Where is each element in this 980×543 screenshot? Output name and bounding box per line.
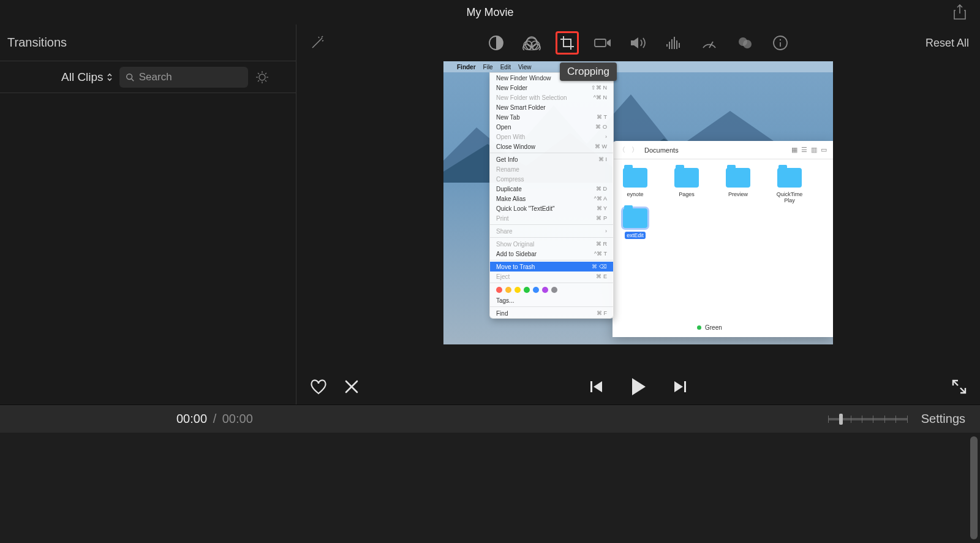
finder-fwd-icon: 〉 (631, 145, 638, 154)
adjustments-bar: Reset All (296, 25, 980, 61)
finder-footer: Green (697, 324, 722, 331)
file-menu-item: Close Window⌘ W (490, 142, 613, 151)
file-menu-item: Find⌘ F (490, 308, 613, 318)
finder-file-menu: New Finder Window⌘ NNew Folder⇧⌘ NNew Fo… (489, 72, 614, 319)
tag-dot-green (697, 325, 701, 330)
finder-toolbar: 〈 〉 Documents ▦ ☰ ▥ ▭ (612, 141, 833, 159)
file-menu-item: Get Info⌘ I (490, 154, 613, 164)
finder-footer-tag: Green (705, 324, 722, 331)
browser-body (0, 93, 296, 404)
view-icon-columns: ▥ (811, 146, 817, 154)
vertical-scrollbar[interactable] (970, 436, 978, 539)
svg-point-0 (126, 74, 132, 79)
finder-item-label: QuickTime Play (775, 191, 804, 203)
view-icon-gallery: ▭ (821, 146, 827, 154)
clips-dropdown-label: All Clips (61, 70, 104, 84)
view-icon-list: ☰ (801, 146, 807, 154)
file-menu-item: Quick Look "TextEdit"⌘ Y (490, 203, 613, 213)
folder-icon (726, 168, 750, 188)
finder-body: eynotePagesPreviewQuickTime Play (612, 159, 833, 212)
finder-item: Preview (724, 168, 752, 203)
reject-icon[interactable] (343, 378, 360, 395)
speed-icon[interactable] (698, 31, 721, 55)
folder-icon (623, 208, 647, 228)
file-menu-item: Move to Trash⌘ ⌫ (490, 262, 613, 272)
search-input[interactable] (139, 71, 242, 83)
clips-dropdown[interactable]: All Clips (61, 70, 113, 84)
share-icon[interactable] (953, 4, 967, 20)
playback-bar (296, 369, 980, 404)
preview-canvas[interactable]: Cropping Finder File Edit View New (443, 61, 833, 344)
crop-icon[interactable] (556, 31, 579, 55)
file-menu-item: New Folder with Selection^⌘ N (490, 93, 613, 102)
zoom-thumb[interactable] (839, 414, 843, 425)
titlebar: My Movie (0, 0, 980, 25)
settings-button[interactable]: Settings (921, 412, 965, 426)
reset-all-button[interactable]: Reset All (925, 37, 969, 50)
folder-icon (623, 168, 647, 188)
finder-item-label: extEdit (625, 232, 646, 239)
favorite-icon[interactable] (309, 378, 328, 396)
mac-menu-view: View (518, 64, 532, 70)
timecode: 00:00 / 00:00 (176, 412, 253, 426)
mac-menu-file: File (483, 64, 493, 70)
timeline[interactable] (0, 433, 980, 543)
file-menu-item: Rename (490, 164, 613, 174)
svg-point-10 (780, 39, 781, 40)
file-menu-item: Add to Sidebar^⌘ T (490, 249, 613, 259)
finder-view-switch: ▦ ☰ ▥ ▭ (791, 146, 827, 154)
color-balance-icon[interactable] (484, 31, 508, 55)
fullscreen-icon[interactable] (951, 378, 968, 395)
gear-icon[interactable] (254, 69, 270, 85)
finder-item-label: Pages (679, 191, 695, 197)
svg-rect-12 (684, 381, 686, 392)
file-menu-item: Duplicate⌘ D (490, 184, 613, 194)
svg-rect-11 (590, 381, 592, 392)
svg-point-8 (743, 40, 752, 48)
search-field[interactable] (119, 67, 248, 88)
file-menu-item: Print⌘ P (490, 213, 613, 223)
file-menu-item: Compress (490, 174, 613, 184)
search-icon (126, 72, 134, 82)
clip-filter-icon[interactable] (733, 31, 756, 55)
file-menu-item: Eject⌘ E (490, 272, 613, 281)
viewer-panel: Reset All Cropping Finder File Edit View (296, 25, 980, 404)
file-menu-item: Open⌘ O (490, 122, 613, 132)
finder-window: 〈 〉 Documents ▦ ☰ ▥ ▭ eynotePagesPreview… (612, 141, 833, 337)
mac-menu-edit: Edit (500, 64, 511, 70)
color-correction-icon[interactable] (520, 31, 543, 55)
stabilization-icon[interactable] (591, 31, 614, 55)
crop-tooltip: Cropping (560, 63, 617, 81)
timecode-current: 00:00 (176, 412, 207, 425)
viewer: Cropping Finder File Edit View New (296, 61, 980, 369)
file-menu-item: New Smart Folder (490, 102, 613, 112)
finder-item-label: eynote (627, 191, 643, 197)
finder-item: Pages (673, 168, 701, 203)
folder-icon (777, 168, 802, 188)
volume-icon[interactable] (627, 31, 650, 55)
magic-wand-icon[interactable] (309, 34, 326, 51)
noise-reduction-icon[interactable] (662, 31, 685, 55)
browser-header: Transitions (0, 25, 296, 61)
file-menu-item: Show Original⌘ R (490, 239, 613, 249)
timecode-separator: / (213, 412, 217, 425)
browser-toolbar: All Clips (0, 61, 296, 93)
file-menu-item: Make Alias^⌘ A (490, 194, 613, 203)
finder-item: eynote (621, 168, 649, 203)
next-icon[interactable] (672, 379, 688, 394)
file-menu-item: Share› (490, 226, 613, 236)
finder-item: QuickTime Play (775, 168, 804, 203)
file-menu-item: New Tab⌘ T (490, 112, 613, 122)
play-icon[interactable] (629, 376, 647, 397)
finder-item-label: Preview (728, 191, 748, 197)
project-title: My Movie (0, 6, 980, 19)
folder-icon (674, 168, 699, 188)
timeline-header: 00:00 / 00:00 Settings (0, 404, 980, 433)
timecode-duration: 00:00 (222, 412, 253, 425)
chevrons-icon (106, 72, 113, 82)
info-icon[interactable] (769, 31, 792, 55)
zoom-slider[interactable] (828, 418, 908, 420)
prev-icon[interactable] (589, 379, 605, 394)
file-menu-item: Open With› (490, 132, 613, 142)
view-icon-grid: ▦ (791, 146, 797, 154)
